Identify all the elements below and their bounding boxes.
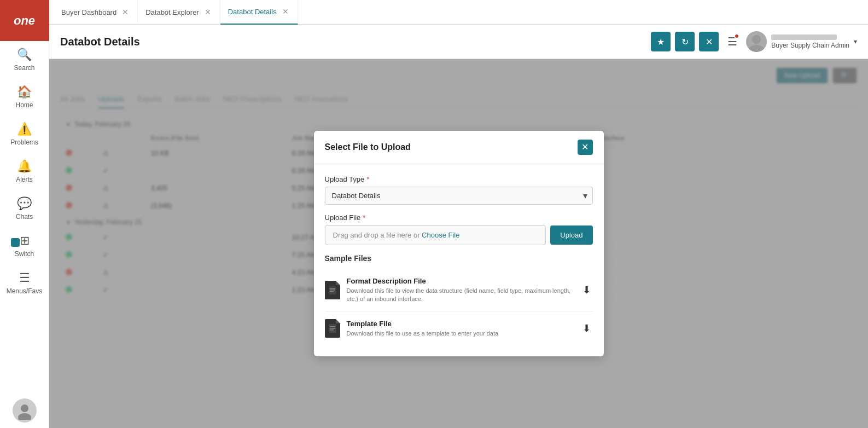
chat-icon: 💬 bbox=[17, 196, 32, 211]
file-info-format: Format Description File Download this fi… bbox=[347, 277, 574, 304]
user-section[interactable]: Buyer Supply Chain Admin ▾ bbox=[746, 31, 857, 52]
modal-header: Select File to Upload ✕ bbox=[314, 131, 604, 164]
required-star: * bbox=[366, 175, 369, 183]
modal-body: Upload Type * Databot Details ▾ bbox=[314, 164, 604, 357]
sidebar-bottom bbox=[7, 393, 42, 428]
upload-type-label: Upload Type * bbox=[325, 175, 593, 183]
upload-modal: Select File to Upload ✕ Upload Type * Da… bbox=[314, 131, 604, 357]
tab-buyer-dashboard[interactable]: Buyer Dashboard ✕ bbox=[54, 0, 138, 25]
file-name-format: Format Description File bbox=[347, 277, 574, 285]
tab-databot-details[interactable]: Databot Details ✕ bbox=[220, 0, 298, 25]
header-right: ★ ↻ ✕ ☰ Buyer Supply Chain Admin ▾ bbox=[651, 31, 857, 52]
file-icon-template bbox=[325, 319, 340, 338]
svg-rect-7 bbox=[330, 291, 334, 292]
sidebar-item-search[interactable]: 🔍 Search bbox=[0, 41, 49, 78]
close-page-button[interactable]: ✕ bbox=[699, 32, 719, 51]
main-area: Buyer Dashboard ✕ Databot Explorer ✕ Dat… bbox=[49, 0, 868, 428]
user-role: Buyer Supply Chain Admin bbox=[771, 42, 849, 49]
page-title: Databot Details bbox=[60, 36, 140, 48]
svg-point-2 bbox=[752, 35, 761, 44]
sidebar-item-label: Switch bbox=[15, 250, 34, 258]
download-button-format[interactable]: ⬇ bbox=[580, 282, 593, 298]
upload-file-group: Upload File * Drag and drop a file here … bbox=[325, 213, 593, 245]
svg-point-0 bbox=[21, 404, 28, 412]
svg-rect-10 bbox=[330, 328, 335, 329]
sample-file-format-description: Format Description File Download this fi… bbox=[325, 269, 593, 312]
tab-close-databot-explorer[interactable]: ✕ bbox=[203, 8, 212, 16]
content-area: New Upload 🔍 All Jobs Uploads Exports Ba… bbox=[49, 59, 868, 428]
sidebar-item-label: Chats bbox=[16, 213, 33, 221]
user-info: Buyer Supply Chain Admin bbox=[771, 34, 849, 49]
app-logo[interactable]: one bbox=[0, 0, 49, 41]
svg-rect-5 bbox=[330, 288, 335, 289]
sample-files-title: Sample Files bbox=[325, 254, 593, 263]
modal-overlay: Select File to Upload ✕ Upload Type * Da… bbox=[49, 59, 868, 428]
bell-icon: 🔔 bbox=[17, 159, 32, 173]
sidebar-item-chats[interactable]: 💬 Chats bbox=[0, 190, 49, 227]
download-button-template[interactable]: ⬇ bbox=[580, 320, 593, 337]
svg-rect-11 bbox=[330, 329, 334, 331]
upload-type-select-wrapper: Databot Details ▾ bbox=[325, 187, 593, 205]
favorite-button[interactable]: ★ bbox=[651, 32, 671, 51]
sidebar-item-switch[interactable]: ⊞ Switch bbox=[0, 227, 49, 264]
refresh-button[interactable]: ↻ bbox=[675, 32, 695, 51]
choose-file-link[interactable]: Choose File bbox=[422, 231, 459, 239]
modal-title: Select File to Upload bbox=[325, 142, 411, 152]
user-dropdown-arrow[interactable]: ▾ bbox=[854, 38, 857, 45]
file-name-template: Template File bbox=[347, 320, 574, 328]
sidebar-item-label: Menus/Favs bbox=[7, 287, 42, 295]
sidebar-item-problems[interactable]: ⚠️ Problems bbox=[0, 115, 49, 153]
tab-close-buyer-dashboard[interactable]: ✕ bbox=[121, 8, 130, 16]
file-icon-format bbox=[325, 281, 340, 299]
tab-databot-explorer[interactable]: Databot Explorer ✕ bbox=[138, 0, 220, 25]
switch-icon: ⊞ bbox=[20, 234, 30, 248]
upload-file-label: Upload File * bbox=[325, 213, 593, 222]
sidebar-item-alerts[interactable]: 🔔 Alerts bbox=[0, 153, 49, 190]
sidebar-item-label: Problems bbox=[10, 138, 38, 146]
sidebar-item-home[interactable]: 🏠 Home bbox=[0, 78, 49, 115]
hamburger-menu-button[interactable]: ☰ bbox=[723, 32, 742, 51]
svg-point-3 bbox=[749, 45, 764, 52]
file-info-template: Template File Download this file to use … bbox=[347, 320, 574, 338]
upload-button[interactable]: Upload bbox=[550, 225, 592, 245]
warning-icon: ⚠️ bbox=[17, 122, 32, 136]
file-drop-zone[interactable]: Drag and drop a file here or Choose File bbox=[325, 225, 546, 245]
svg-rect-9 bbox=[330, 326, 335, 327]
tab-close-databot-details[interactable]: ✕ bbox=[281, 7, 290, 16]
upload-type-select[interactable]: Databot Details bbox=[325, 187, 593, 205]
sidebar-item-label: Search bbox=[14, 64, 34, 72]
sample-files-section: Sample Files Fo bbox=[325, 254, 593, 346]
required-star-2: * bbox=[363, 213, 365, 222]
user-name-blurred bbox=[771, 34, 837, 40]
menus-icon: ☰ bbox=[19, 271, 30, 285]
file-desc-format: Download this file to view the data stru… bbox=[347, 287, 574, 304]
sidebar-item-menus[interactable]: ☰ Menus/Favs bbox=[0, 264, 49, 302]
sample-file-template: Template File Download this file to use … bbox=[325, 311, 593, 345]
home-icon: 🏠 bbox=[17, 85, 32, 99]
sidebar-item-label: Home bbox=[15, 101, 33, 109]
search-icon: 🔍 bbox=[17, 48, 32, 62]
svg-rect-6 bbox=[330, 290, 335, 291]
notification-badge bbox=[734, 33, 739, 39]
modal-close-button[interactable]: ✕ bbox=[578, 140, 593, 155]
svg-point-1 bbox=[18, 413, 31, 420]
upload-type-group: Upload Type * Databot Details ▾ bbox=[325, 175, 593, 205]
file-desc-template: Download this file to use as a template … bbox=[347, 329, 574, 338]
sidebar-item-label: Alerts bbox=[16, 176, 33, 183]
page-header: Databot Details ★ ↻ ✕ ☰ Buyer Supply Cha… bbox=[49, 25, 868, 59]
switch-badge bbox=[11, 238, 20, 247]
sidebar: one 🔍 Search 🏠 Home ⚠️ Problems 🔔 Alerts… bbox=[0, 0, 49, 428]
user-avatar bbox=[746, 31, 767, 52]
file-upload-row: Drag and drop a file here or Choose File… bbox=[325, 225, 593, 245]
user-avatar-small[interactable] bbox=[13, 398, 37, 423]
tab-bar: Buyer Dashboard ✕ Databot Explorer ✕ Dat… bbox=[49, 0, 868, 25]
